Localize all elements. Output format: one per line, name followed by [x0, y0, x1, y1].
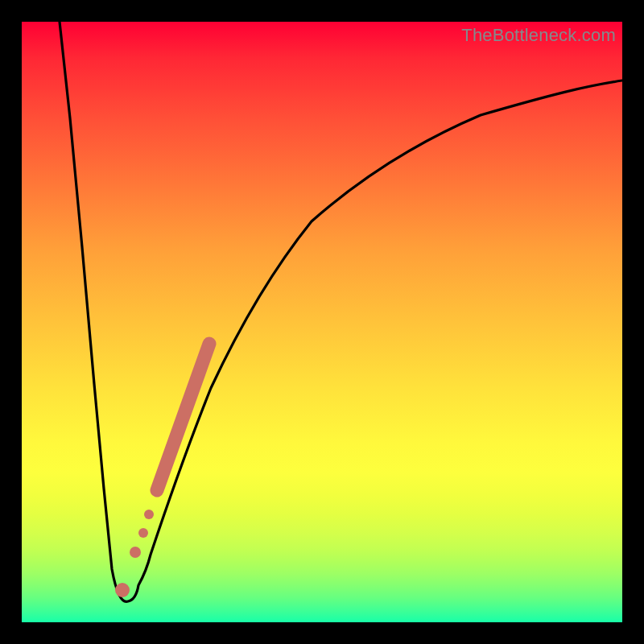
highlight-dot [144, 510, 154, 519]
bottleneck-curve [60, 22, 622, 601]
plot-area: TheBottleneck.com [22, 22, 622, 622]
outer-frame: TheBottleneck.com [0, 0, 644, 644]
highlight-segment [157, 344, 209, 490]
highlight-dot [115, 583, 130, 597]
highlight-dot [138, 528, 148, 538]
curve-overlay [22, 22, 622, 622]
highlight-dot [130, 547, 141, 558]
